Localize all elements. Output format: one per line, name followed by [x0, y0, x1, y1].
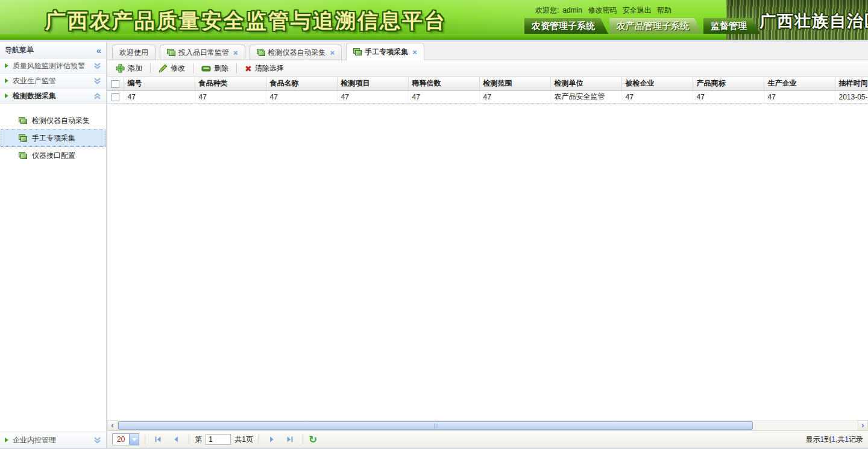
folder-icon	[19, 134, 28, 142]
delete-button[interactable]: 删除	[195, 61, 234, 75]
column-header[interactable]: 产品商标	[693, 77, 764, 90]
close-tab-icon[interactable]: ×	[412, 48, 417, 57]
scroll-right-icon: ›	[861, 421, 864, 430]
page-prefix-label: 第	[195, 435, 202, 445]
first-page-icon	[154, 436, 162, 443]
select-all-checkbox[interactable]	[112, 80, 119, 88]
folder-icon	[167, 49, 176, 57]
prev-page-icon	[172, 436, 180, 443]
pencil-icon	[159, 64, 168, 73]
plus-icon	[116, 64, 125, 73]
column-header[interactable]: 食品名称	[266, 77, 337, 90]
last-page-button[interactable]	[283, 433, 297, 445]
last-page-icon	[286, 436, 294, 443]
toolbar-separator	[150, 63, 151, 74]
sidebar-group-agri-production[interactable]: 农业生产监管	[0, 74, 106, 89]
main-panel: 欢迎使用 投入品日常监管 × 检测仪器自动采集 × 手工专项采集 × 添加 修改	[107, 42, 868, 448]
chevron-double-up-icon	[93, 93, 101, 99]
cell: 2013-05-	[835, 90, 868, 103]
sidebar-item-auto-collect[interactable]: 检测仪器自动采集	[1, 112, 105, 130]
group-arrow-icon	[5, 63, 8, 68]
page-number-input[interactable]	[206, 434, 231, 445]
sidebar-item-instrument-config[interactable]: 仪器接口配置	[1, 147, 105, 165]
tab-auto-collect[interactable]: 检测仪器自动采集 ×	[250, 45, 342, 60]
prev-page-button[interactable]	[169, 433, 183, 445]
scrollbar-thumb[interactable]	[118, 421, 753, 430]
toolbar-separator	[193, 63, 193, 74]
next-page-icon	[268, 436, 275, 443]
cell: 47	[337, 90, 408, 103]
chevron-down-icon	[132, 438, 137, 441]
chevron-double-down-icon	[93, 63, 101, 69]
group-arrow-icon	[5, 438, 8, 442]
page-size-value: 20	[113, 435, 129, 444]
tab-input-daily-supervision[interactable]: 投入品日常监管 ×	[160, 45, 245, 60]
folder-icon	[19, 117, 28, 125]
scrollbar-track[interactable]	[118, 420, 858, 430]
column-header[interactable]: 编号	[124, 77, 195, 90]
sidebar-group-risk-monitor[interactable]: 质量风险监测评估预警	[0, 58, 106, 74]
next-page-button[interactable]	[265, 433, 279, 445]
pager-separator	[303, 435, 303, 444]
app-title: 广西农产品质量安全监管与追溯信息平台	[45, 7, 447, 35]
system-tabs: 农资管理子系统 农产品管理子系统 监督管理	[524, 18, 760, 34]
sidebar-group-detection-data[interactable]: 检测数据采集	[0, 89, 106, 104]
sidebar-group-enterprise-control[interactable]: 企业内控管理	[0, 432, 106, 448]
sidebar-collapse-icon[interactable]: «	[96, 45, 101, 55]
delete-icon	[201, 65, 211, 72]
edit-button[interactable]: 修改	[153, 61, 191, 75]
column-header[interactable]: 检测范围	[479, 77, 550, 90]
tab-welcome[interactable]: 欢迎使用	[112, 45, 156, 60]
app-header: 广西壮族自治区 广西农产品质量安全监管与追溯信息平台 欢迎您:admin 修改密…	[0, 0, 868, 40]
row-checkbox[interactable]	[112, 93, 119, 101]
pager-separator	[145, 435, 145, 444]
sidebar-submenu: 检测仪器自动采集 手工专项采集 仪器接口配置	[0, 104, 106, 171]
first-page-button[interactable]	[151, 433, 165, 445]
cell: 47	[266, 90, 337, 103]
column-header[interactable]: 食品种类	[195, 77, 266, 90]
cell: 47	[124, 90, 195, 103]
column-header[interactable]: 被检企业	[621, 77, 693, 90]
close-tab-icon[interactable]: ×	[233, 48, 238, 57]
welcome-prefix: 欢迎您:	[535, 6, 559, 14]
column-header[interactable]: 检测项目	[337, 77, 408, 90]
cell: 农产品安全监管	[550, 90, 621, 103]
region-banner-text: 广西壮族自治区	[760, 10, 868, 32]
cell: 47	[408, 90, 479, 103]
system-tab-nongchanpin[interactable]: 农产品管理子系统	[609, 18, 702, 34]
folder-icon	[19, 152, 28, 160]
column-header[interactable]: 检测单位	[550, 77, 621, 90]
clear-selection-button[interactable]: ✖ 清除选择	[239, 61, 290, 75]
tab-manual-collect[interactable]: 手工专项采集 ×	[346, 43, 424, 60]
chevron-double-down-icon	[93, 78, 101, 84]
close-tab-icon[interactable]: ×	[330, 48, 335, 57]
column-header[interactable]: 稀释倍数	[408, 77, 479, 90]
scroll-right-button[interactable]: ›	[858, 420, 868, 430]
cell: 47	[195, 90, 266, 103]
scroll-left-button[interactable]: ‹	[107, 420, 118, 430]
table-row[interactable]: 47 47 47 47 47 47 农产品安全监管 47 47 47 2013-…	[107, 90, 868, 103]
help-link[interactable]: 帮助	[657, 6, 671, 14]
add-button[interactable]: 添加	[110, 61, 148, 75]
sidebar-title: 导航菜单	[5, 45, 96, 55]
refresh-icon[interactable]: ↻	[309, 435, 317, 445]
cell: 47	[479, 90, 550, 103]
change-password-link[interactable]: 修改密码	[588, 6, 617, 14]
sidebar-bottom: 企业内控管理	[0, 432, 106, 448]
page-size-select[interactable]: 20	[112, 433, 139, 445]
cell: 47	[764, 90, 835, 103]
data-grid: 编号 食品种类 食品名称 检测项目 稀释倍数 检测范围 检测单位 被检企业 产品…	[107, 77, 868, 420]
welcome-bar: 欢迎您:admin 修改密码 安全退出 帮助	[535, 5, 675, 16]
folder-icon	[257, 49, 266, 57]
horizontal-scrollbar: ‹ ›	[107, 420, 868, 430]
content-tabbar: 欢迎使用 投入品日常监管 × 检测仪器自动采集 × 手工专项采集 ×	[107, 42, 868, 60]
column-header[interactable]: 抽样时间	[835, 77, 868, 90]
clear-x-icon: ✖	[245, 64, 252, 73]
sidebar-item-manual-collect[interactable]: 手工专项采集	[1, 130, 105, 147]
record-info: 显示1到1,共1记录	[806, 435, 863, 445]
logout-link[interactable]: 安全退出	[623, 6, 652, 14]
column-header[interactable]: 生产企业	[764, 77, 835, 90]
system-tab-jiandu[interactable]: 监督管理	[703, 18, 760, 34]
system-tab-nongzi[interactable]: 农资管理子系统	[524, 18, 608, 34]
page-size-dropdown-button[interactable]	[129, 434, 139, 445]
